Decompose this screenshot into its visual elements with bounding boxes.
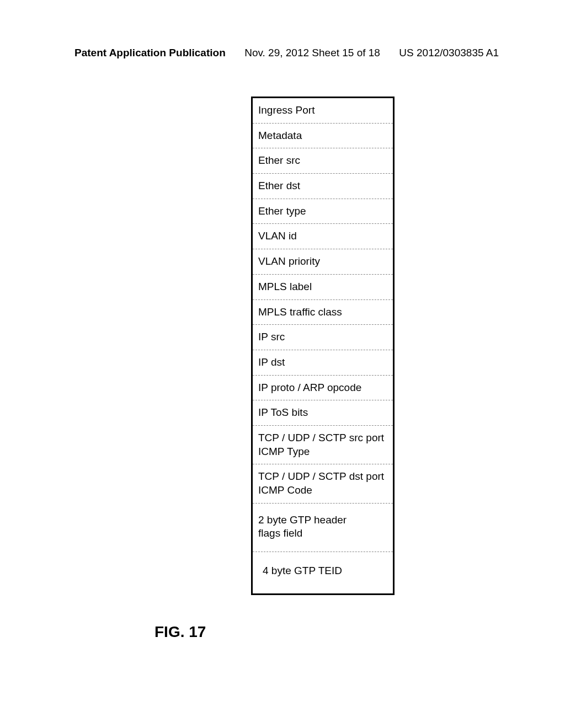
- row-line2: flags field: [258, 527, 387, 540]
- table-row: MPLS label: [253, 275, 393, 300]
- table-row: IP proto / ARP opcode: [253, 376, 393, 401]
- row-line1: TCP / UDP / SCTP src port: [258, 431, 387, 445]
- table-row: Ingress Port: [253, 98, 393, 124]
- page-header: Patent Application Publication Nov. 29, …: [0, 47, 565, 59]
- table-row: Ether src: [253, 148, 393, 174]
- header-right: US 2012/0303835 A1: [399, 47, 499, 59]
- row-line2: ICMP Code: [258, 484, 387, 497]
- table-row: IP dst: [253, 350, 393, 376]
- header-left: Patent Application Publication: [74, 47, 226, 59]
- table-row: 4 byte GTP TEID: [253, 552, 393, 593]
- table-row: TCP / UDP / SCTP dst port ICMP Code: [253, 464, 393, 503]
- field-table: Ingress Port Metadata Ether src Ether ds…: [251, 97, 395, 595]
- table-row: VLAN priority: [253, 249, 393, 275]
- table-row: IP ToS bits: [253, 400, 393, 426]
- figure-label: FIG. 17: [154, 623, 206, 641]
- header-center: Nov. 29, 2012 Sheet 15 of 18: [244, 47, 380, 59]
- table-row: Metadata: [253, 124, 393, 149]
- table-row: 2 byte GTP header flags field: [253, 504, 393, 552]
- table-row: VLAN id: [253, 224, 393, 249]
- table-row: MPLS traffic class: [253, 300, 393, 325]
- table-row: Ether type: [253, 199, 393, 224]
- row-line2: ICMP Type: [258, 445, 387, 459]
- table-row: IP src: [253, 325, 393, 350]
- row-line1: 2 byte GTP header: [258, 513, 387, 527]
- table-row: Ether dst: [253, 174, 393, 199]
- row-line1: TCP / UDP / SCTP dst port: [258, 470, 387, 484]
- table-row: TCP / UDP / SCTP src port ICMP Type: [253, 426, 393, 464]
